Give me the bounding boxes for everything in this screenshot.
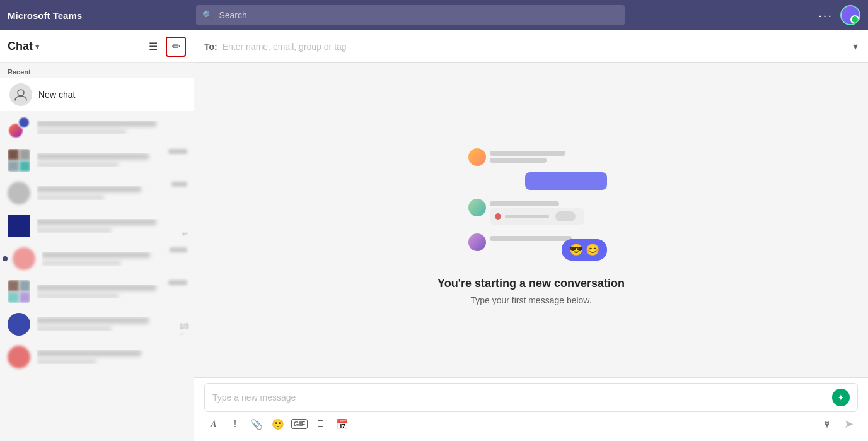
chat-item-content: [37, 317, 186, 331]
format-icon: 𝐴: [211, 418, 217, 430]
chat-title-button[interactable]: Chat ▾: [8, 40, 143, 53]
more-options-button[interactable]: ···: [818, 8, 833, 23]
compose-input-row: ✦: [204, 383, 858, 412]
attach-button[interactable]: 📎: [247, 415, 266, 433]
schedule-icon: 📅: [336, 418, 349, 430]
compose-icon: ✏: [172, 40, 180, 52]
emoji-icon: 🙂: [272, 418, 284, 430]
format-button[interactable]: 𝐴: [204, 415, 223, 433]
gif-icon: GIF: [291, 419, 308, 429]
to-label: To:: [204, 42, 217, 52]
sidebar-actions: ☰ ✏: [143, 37, 186, 57]
new-chat-item[interactable]: New chat: [0, 78, 194, 111]
new-chat-avatar: [9, 83, 32, 106]
recent-section-label: Recent: [0, 63, 194, 78]
compose-area: ✦ 𝐴 ! 📎 🙂 GIF �: [194, 377, 868, 441]
chat-item[interactable]: [0, 242, 194, 275]
chat-title-label: Chat: [8, 40, 33, 53]
chat-item[interactable]: ↩: [0, 209, 194, 242]
conversation-subtext: Type your first message below.: [470, 295, 591, 305]
urgent-icon: !: [234, 418, 236, 430]
emoji-heart-eyes: 😊: [586, 243, 599, 257]
chat-item[interactable]: [0, 111, 194, 144]
toolbar-right: 🎙 ➤: [818, 415, 858, 433]
compose-input[interactable]: [212, 392, 827, 403]
to-input[interactable]: [223, 42, 848, 52]
sticker-button[interactable]: 🗒: [311, 415, 330, 433]
chat-dropdown-icon: ▾: [35, 42, 39, 51]
chat-item-content: [37, 285, 186, 298]
to-bar: To: ▾: [194, 30, 868, 63]
schedule-button[interactable]: 📅: [333, 415, 352, 433]
filter-button[interactable]: ☰: [143, 37, 163, 57]
chat-item-content: [37, 153, 186, 167]
chat-item-content: [37, 219, 186, 233]
user-avatar[interactable]: [840, 5, 860, 25]
filter-icon: ☰: [149, 40, 158, 52]
sidebar: Chat ▾ ☰ ✏ Recent New chat: [0, 30, 194, 441]
top-bar: Microsoft Teams 🔍 ···: [0, 0, 868, 30]
copilot-icon: ✦: [837, 392, 845, 403]
chat-item[interactable]: [0, 177, 194, 209]
attach-icon: 📎: [250, 418, 263, 430]
chat-item-content: [37, 350, 186, 364]
new-chat-label: New chat: [38, 90, 75, 100]
main-layout: Chat ▾ ☰ ✏ Recent New chat: [0, 30, 868, 441]
unread-dot: [3, 256, 8, 261]
chat-item[interactable]: 1/3···: [0, 308, 194, 341]
send-button[interactable]: ➤: [839, 415, 858, 433]
new-chat-illustration: 😎 😊: [449, 136, 613, 262]
emoji-cool: 😎: [569, 243, 583, 257]
top-bar-right: ···: [818, 5, 860, 25]
chat-list: ↩: [0, 111, 194, 441]
chat-item-content: [37, 121, 186, 134]
copilot-button[interactable]: ✦: [832, 389, 850, 406]
gif-button[interactable]: GIF: [290, 415, 309, 433]
conversation-area: 😎 😊 You're starting a new conversation T…: [194, 63, 868, 377]
chat-item-content: [37, 186, 186, 200]
search-input[interactable]: [196, 5, 625, 25]
chat-item-content: [42, 252, 186, 266]
send-icon: ➤: [844, 417, 854, 431]
search-bar: 🔍: [196, 5, 625, 25]
conversation-heading: You're starting a new conversation: [437, 277, 625, 290]
urgent-button[interactable]: !: [226, 415, 245, 433]
emoji-button[interactable]: 🙂: [269, 415, 287, 433]
to-expand-icon[interactable]: ▾: [853, 40, 858, 52]
svg-point-0: [18, 90, 24, 96]
sticker-icon: 🗒: [316, 418, 326, 430]
chat-item[interactable]: [0, 144, 194, 177]
sidebar-header: Chat ▾ ☰ ✏: [0, 30, 194, 63]
compose-button[interactable]: ✏: [166, 37, 186, 57]
chat-item[interactable]: [0, 341, 194, 373]
compose-toolbar: 𝐴 ! 📎 🙂 GIF 🗒 📅: [204, 412, 858, 436]
audio-icon: 🎙: [823, 420, 831, 429]
audio-button[interactable]: 🎙: [818, 415, 836, 433]
right-panel: To: ▾: [194, 30, 868, 441]
chat-item[interactable]: [0, 275, 194, 308]
search-icon: 🔍: [202, 10, 213, 20]
app-title: Microsoft Teams: [8, 10, 96, 21]
